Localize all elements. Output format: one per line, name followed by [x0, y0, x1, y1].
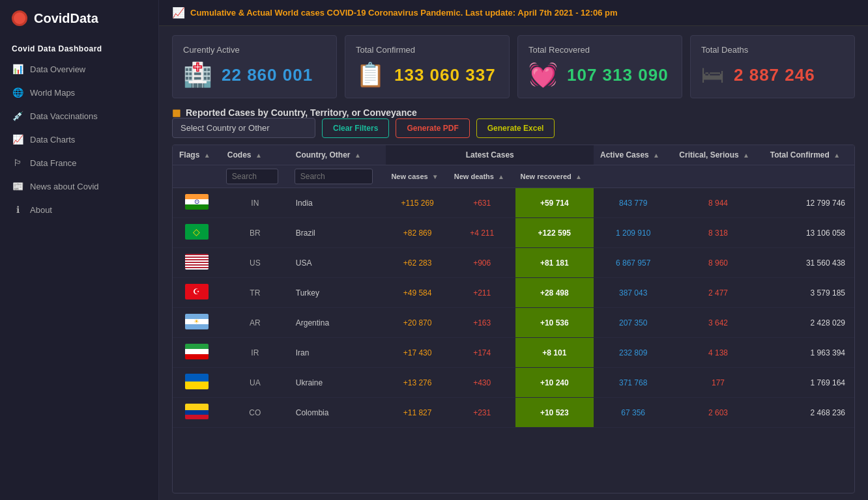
code-cell: UA: [221, 368, 289, 398]
new-recovered-cell: +8 101: [515, 338, 594, 368]
search-codes-cell: [221, 165, 289, 188]
flag-cell: [173, 218, 221, 248]
search-new-deaths-header[interactable]: New deaths ▲: [449, 165, 515, 188]
sidebar-item-news-covid[interactable]: 📰 News about Covid: [0, 174, 158, 198]
col-header-country[interactable]: Country, Other ▲: [289, 145, 386, 165]
table-body: IN India +115 269 +631 +59 714 843 779 8…: [173, 188, 854, 428]
active-cases-cell: 207 350: [594, 308, 673, 338]
search-new-recovered-header[interactable]: New recovered ▲: [515, 165, 594, 188]
total-confirmed-cell: 1 769 164: [764, 368, 854, 398]
active-cases-cell: 843 779: [594, 188, 673, 218]
col-header-critical[interactable]: Critical, Serious ▲: [673, 145, 763, 165]
new-deaths-cell: +906: [449, 248, 515, 278]
active-cases-cell: 1 209 910: [594, 218, 673, 248]
table-row: US USA +62 283 +906 +81 181 6 867 957 8 …: [173, 248, 854, 278]
new-deaths-cell: +163: [449, 308, 515, 338]
code-cell: IN: [221, 188, 289, 218]
table-row: IR Iran +17 430 +174 +8 101 232 809 4 13…: [173, 338, 854, 368]
col-header-flags[interactable]: Flags ▲: [173, 145, 221, 165]
generate-excel-button[interactable]: Generate Excel: [476, 118, 555, 138]
table-row: UA Ukraine +13 276 +430 +10 240 371 768 …: [173, 368, 854, 398]
new-recovered-cell: +10 536: [515, 308, 594, 338]
search-new-cases-header[interactable]: New cases ▼: [386, 165, 448, 188]
generate-pdf-button[interactable]: Generate PDF: [396, 118, 469, 138]
new-deaths-cell: +174: [449, 338, 515, 368]
code-cell: TR: [221, 278, 289, 308]
search-total-cell: [764, 165, 854, 188]
country-select[interactable]: Select Country or Other: [172, 118, 315, 138]
flag-US: [185, 254, 209, 270]
stat-card-recovered: Total Recovered 💓 107 313 090: [517, 35, 682, 98]
critical-cell: 2 603: [673, 398, 763, 428]
main-content: 📈 Cumulative & Actual World cases COVID-…: [159, 0, 868, 500]
stat-content-recovered: 💓 107 313 090: [528, 61, 671, 89]
code-cell: AR: [221, 308, 289, 338]
new-cases-cell: +11 827: [386, 398, 448, 428]
sort-icon-critical: ▲: [743, 152, 749, 159]
stat-label-deaths: Total Deaths: [701, 45, 844, 55]
country-cell: Iran: [289, 338, 386, 368]
header-title-static: Cumulative & Actual World cases COVID-19…: [190, 8, 517, 18]
search-codes-input[interactable]: [226, 169, 278, 184]
sidebar-item-label: Data Vaccinations: [30, 111, 98, 121]
sort-icon-new-recovered: ▲: [575, 173, 582, 180]
news-icon: 📰: [12, 181, 23, 191]
header-bar: 📈 Cumulative & Actual World cases COVID-…: [159, 0, 868, 26]
new-deaths-cell: +430: [449, 368, 515, 398]
country-cell: Turkey: [289, 278, 386, 308]
new-recovered-cell: +28 498: [515, 278, 594, 308]
stat-card-active: Curently Active 🏥 22 860 001: [172, 35, 337, 98]
sidebar-item-label: About: [30, 205, 52, 215]
total-confirmed-cell: 2 468 236: [764, 398, 854, 428]
search-flags-cell: [173, 165, 221, 188]
new-recovered-cell: +81 181: [515, 248, 594, 278]
critical-cell: 4 138: [673, 338, 763, 368]
france-icon: 🏳: [12, 158, 23, 168]
country-cell: USA: [289, 248, 386, 278]
sidebar-item-about[interactable]: ℹ About: [0, 198, 158, 221]
vaccinations-icon: 💉: [12, 111, 23, 121]
stat-card-confirmed: Total Confirmed 📋 133 060 337: [345, 35, 510, 98]
sidebar-item-data-france[interactable]: 🏳 Data France: [0, 151, 158, 174]
flag-cell: [173, 308, 221, 338]
sidebar-item-data-vaccinations[interactable]: 💉 Data Vaccinations: [0, 104, 158, 128]
country-cell: Ukraine: [289, 368, 386, 398]
col-header-latest[interactable]: Latest Cases: [386, 145, 594, 165]
active-cases-cell: 6 867 957: [594, 248, 673, 278]
new-recovered-cell: +122 595: [515, 218, 594, 248]
total-confirmed-cell: 12 799 746: [764, 188, 854, 218]
stat-card-deaths: Total Deaths 🛏 2 887 246: [690, 35, 855, 98]
sort-icon-new-cases: ▼: [432, 173, 439, 180]
flag-TR: [185, 284, 209, 299]
table-search-row: New cases ▼ New deaths ▲ New recovered ▲: [173, 165, 854, 188]
new-deaths-cell: +231: [449, 398, 515, 428]
country-cell: Colombia: [289, 398, 386, 428]
stat-icon-confirmed: 📋: [356, 61, 385, 89]
data-table-wrapper[interactable]: Flags ▲ Codes ▲ Country, Other ▲ Lates: [172, 145, 855, 493]
sidebar-item-data-overview[interactable]: 📊 Data Overview: [0, 57, 158, 81]
table-row: BR Brazil +82 869 +4 211 +122 595 1 209 …: [173, 218, 854, 248]
sidebar-item-data-charts[interactable]: 📈 Data Charts: [0, 128, 158, 151]
flag-CO: [185, 404, 209, 419]
sidebar-item-label: Data France: [30, 158, 77, 168]
header-title: Cumulative & Actual World cases COVID-19…: [190, 8, 617, 18]
col-header-active[interactable]: Active Cases ▲: [594, 145, 673, 165]
stat-label-confirmed: Total Confirmed: [356, 45, 499, 55]
sort-icon-codes: ▲: [255, 152, 262, 159]
section-title: ▦ Reported Cases by Country, Territory, …: [172, 107, 855, 118]
sidebar: CovidData Covid Data Dashboard 📊 Data Ov…: [0, 0, 159, 500]
search-country-input[interactable]: [295, 169, 373, 184]
sort-icon-new-deaths: ▲: [498, 173, 504, 180]
col-header-total-confirmed[interactable]: Total Confirmed ▲: [764, 145, 854, 165]
total-confirmed-cell: 1 963 394: [764, 338, 854, 368]
new-cases-cell: +115 269: [386, 188, 448, 218]
flag-cell: [173, 188, 221, 218]
code-cell: CO: [221, 398, 289, 428]
new-cases-cell: +13 276: [386, 368, 448, 398]
critical-cell: 177: [673, 368, 763, 398]
col-header-codes[interactable]: Codes ▲: [221, 145, 289, 165]
flag-cell: [173, 248, 221, 278]
sidebar-item-world-maps[interactable]: 🌐 World Maps: [0, 81, 158, 104]
clear-filters-button[interactable]: Clear Filters: [322, 118, 389, 138]
active-cases-cell: 232 809: [594, 338, 673, 368]
